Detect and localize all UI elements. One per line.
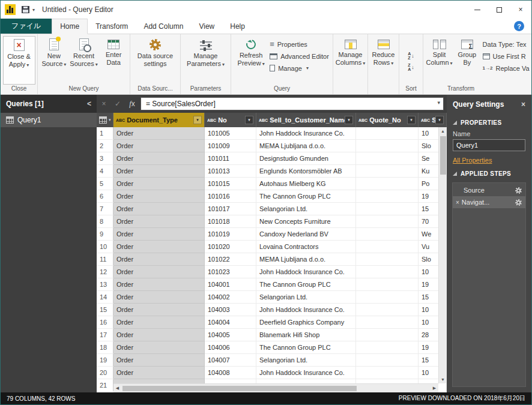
filter-caret-icon[interactable]: ▾	[245, 116, 253, 124]
table-cell[interactable]: Order	[113, 203, 205, 215]
scroll-down-icon[interactable]: ▼	[439, 376, 447, 383]
close-window-button[interactable]: ×	[510, 1, 531, 19]
use-first-rows-as-headers-button[interactable]: Use First R	[483, 51, 526, 61]
scroll-up-icon[interactable]: ▲	[439, 127, 447, 135]
table-cell[interactable]: 101017	[205, 203, 256, 215]
table-cell[interactable]	[356, 152, 419, 164]
row-number-cell[interactable]: 5	[97, 178, 113, 190]
table-cell[interactable]: MEMA Ljubljana d.o.o.	[256, 253, 356, 265]
table-cell[interactable]: Order	[113, 278, 205, 291]
column-header-se[interactable]: ABCSe▾	[419, 113, 447, 127]
row-number-cell[interactable]: 19	[97, 354, 113, 366]
cancel-formula-icon[interactable]: ×	[98, 100, 110, 108]
row-number-cell[interactable]: 20	[97, 367, 113, 379]
table-cell[interactable]: New Concepts Furniture	[256, 215, 356, 227]
close-and-apply-button[interactable]: Close & Apply▾	[3, 36, 35, 85]
table-cell[interactable]: 101005	[205, 127, 256, 139]
applied-step-navigation[interactable]: × Navigat...	[453, 196, 525, 208]
table-cell[interactable]	[356, 215, 419, 227]
row-number-cell[interactable]: 3	[97, 152, 113, 164]
table-cell[interactable]: Order	[113, 291, 205, 304]
table-cell[interactable]: Order	[113, 152, 205, 165]
minimize-button[interactable]	[467, 1, 488, 19]
table-cell[interactable]: John Haddock Insurance Co.	[256, 304, 356, 316]
table-cell[interactable]: John Haddock Insurance Co.	[256, 367, 356, 379]
table-cell[interactable]: 101020	[205, 241, 256, 253]
table-cell[interactable]: 101019	[205, 228, 256, 240]
table-cell[interactable]: 101013	[205, 165, 256, 177]
filter-caret-icon[interactable]: ▾	[193, 116, 202, 124]
column-header-document-type[interactable]: ABCDocument_Type▾	[113, 113, 205, 127]
formula-input[interactable]	[141, 97, 444, 110]
table-cell[interactable]: The Cannon Group PLC	[256, 341, 356, 353]
table-cell[interactable]: 104007	[205, 354, 256, 366]
column-header-sell-to-customer-name[interactable]: ABCSell_to_Customer_Name▾	[256, 113, 356, 127]
applied-step-source[interactable]: Source	[453, 184, 525, 196]
remove-step-icon[interactable]: ×	[456, 199, 459, 206]
table-cell[interactable]	[356, 316, 419, 328]
sort-descending-button[interactable]: ZA↓	[408, 62, 414, 72]
data-source-settings-button[interactable]: Data source settings	[133, 36, 178, 85]
table-cell[interactable]: 104001	[205, 278, 256, 290]
tab-view[interactable]: View	[191, 19, 222, 34]
tab-help[interactable]: Help	[222, 19, 253, 34]
data-type-button[interactable]: Data Type: Tex ▾	[483, 39, 530, 49]
table-cell[interactable]: Deerfield Graphics Company	[256, 316, 356, 328]
table-cell[interactable]	[356, 190, 419, 202]
table-cell[interactable]	[356, 341, 419, 353]
properties-button[interactable]: ≡ Properties	[270, 39, 307, 49]
table-cell[interactable]	[356, 140, 419, 152]
tab-transform[interactable]: Transform	[88, 19, 136, 34]
table-cell[interactable]: Lovaina Contractors	[256, 241, 356, 253]
table-cell[interactable]	[356, 228, 419, 240]
table-cell[interactable]: 101011	[205, 152, 256, 164]
tab-home[interactable]: Home	[52, 19, 88, 34]
row-number-cell[interactable]: 4	[97, 165, 113, 177]
row-number-cell[interactable]: 16	[97, 316, 113, 328]
table-cell[interactable]	[356, 165, 419, 177]
query-list-item-query1[interactable]: Query1	[1, 113, 97, 127]
table-cell[interactable]: Designstudio Gmunden	[256, 152, 356, 164]
table-cell[interactable]: Order	[113, 165, 205, 178]
table-cell[interactable]: Order	[113, 215, 205, 228]
table-cell[interactable]	[356, 127, 419, 139]
reduce-rows-button[interactable]: Reduce Rows▾	[369, 36, 397, 85]
table-cell[interactable]: Blanemark Hifi Shop	[256, 329, 356, 341]
recent-sources-button[interactable]: Recent Sources▾	[69, 36, 99, 85]
properties-section-header[interactable]: PROPERTIES	[447, 114, 531, 129]
table-cell[interactable]: 104008	[205, 367, 256, 379]
table-cell[interactable]: The Cannon Group PLC	[256, 278, 356, 290]
table-cell[interactable]: 104004	[205, 316, 256, 328]
step-settings-gear-icon[interactable]	[515, 187, 522, 194]
table-cell[interactable]: 101015	[205, 178, 256, 190]
row-number-cell[interactable]: 7	[97, 203, 113, 215]
table-cell[interactable]: Order	[113, 329, 205, 341]
vertical-scroll-thumb[interactable]	[440, 136, 446, 175]
table-cell[interactable]: 101018	[205, 215, 256, 227]
table-cell[interactable]	[356, 266, 419, 278]
table-cell[interactable]: Order	[113, 228, 205, 241]
column-header-no[interactable]: ABCNo▾	[205, 113, 256, 127]
table-cell[interactable]	[356, 329, 419, 341]
all-properties-link[interactable]: All Properties	[447, 151, 531, 165]
table-cell[interactable]: Order	[113, 253, 205, 266]
table-cell[interactable]	[356, 354, 419, 366]
table-cell[interactable]: 101022	[205, 253, 256, 265]
table-cell[interactable]: The Cannon Group PLC	[256, 190, 356, 202]
filter-caret-icon[interactable]: ▾	[407, 116, 416, 124]
table-cell[interactable]: 104006	[205, 341, 256, 353]
commit-formula-icon[interactable]: ✓	[112, 100, 124, 108]
table-cell[interactable]: Order	[113, 190, 205, 203]
table-cell[interactable]: Order	[113, 241, 205, 253]
table-cell[interactable]: 101023	[205, 266, 256, 278]
table-cell[interactable]: John Haddock Insurance Co.	[256, 266, 356, 278]
table-cell[interactable]: Order	[113, 354, 205, 367]
help-icon[interactable]: ?	[514, 21, 524, 31]
close-settings-pane-icon[interactable]: ×	[521, 100, 525, 109]
table-cell[interactable]	[356, 241, 419, 253]
table-cell[interactable]	[356, 253, 419, 265]
row-number-cell[interactable]: 17	[97, 329, 113, 341]
table-cell[interactable]: Autohaus Mielberg KG	[256, 178, 356, 190]
table-cell[interactable]: 104003	[205, 304, 256, 316]
enter-data-button[interactable]: Enter Data	[98, 36, 128, 85]
